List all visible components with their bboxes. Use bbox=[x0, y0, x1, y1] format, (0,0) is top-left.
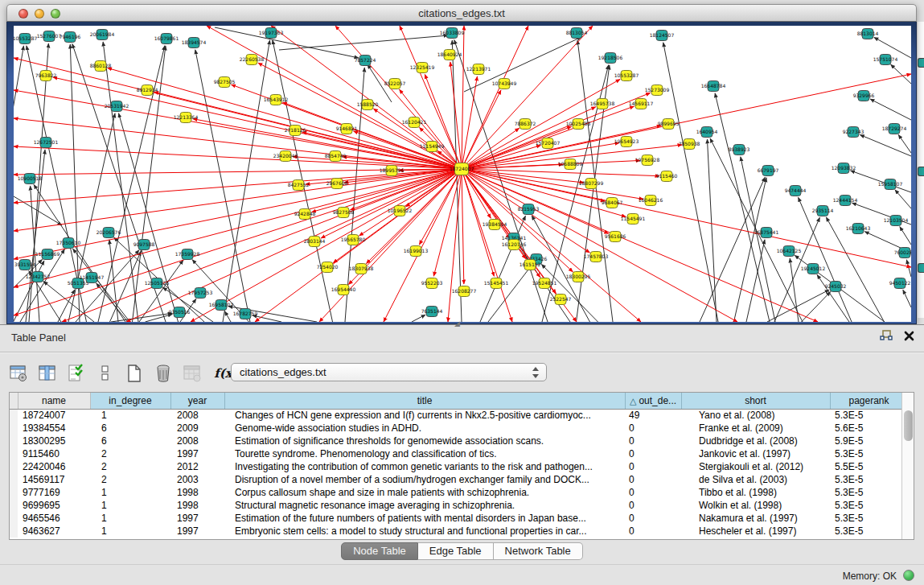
table-row[interactable]: 946362711997Embryonic stem cells: a mode… bbox=[10, 525, 908, 538]
cell-in_degree[interactable]: 6 bbox=[90, 422, 170, 435]
cell-out_de[interactable]: 49 bbox=[625, 409, 681, 422]
graph-edge[interactable] bbox=[741, 157, 775, 322]
cell-out_de[interactable]: 0 bbox=[625, 499, 681, 512]
cell-name[interactable]: 22420046 bbox=[18, 460, 90, 473]
cell-name[interactable]: 14569117 bbox=[18, 473, 90, 486]
cell-out_de[interactable]: 0 bbox=[625, 422, 681, 435]
cell-pagerank[interactable]: 5.3E-5 bbox=[830, 409, 908, 422]
cell-year[interactable]: 1997 bbox=[170, 447, 224, 460]
cell-pagerank[interactable]: 5.3E-5 bbox=[830, 525, 908, 538]
graph-edge[interactable] bbox=[462, 169, 556, 294]
cell-year[interactable]: 2008 bbox=[170, 409, 224, 422]
graph-edge[interactable] bbox=[860, 134, 911, 156]
graph-edge[interactable] bbox=[191, 169, 462, 322]
graph-edge[interactable] bbox=[279, 35, 448, 50]
cell-out_de[interactable]: 0 bbox=[625, 525, 681, 538]
cell-out_de[interactable]: 0 bbox=[625, 460, 681, 473]
cell-short[interactable]: Tibbo et al. (1998) bbox=[681, 486, 830, 499]
citation-graph[interactable]: 1055328715276007794619620061984160798611… bbox=[14, 26, 911, 322]
graph-edge[interactable] bbox=[109, 240, 118, 322]
graph-edge[interactable] bbox=[895, 190, 911, 208]
table-selector-dropdown[interactable]: citations_edges.txt bbox=[231, 363, 547, 381]
table-row[interactable]: 1830029562008Estimation of significance … bbox=[10, 435, 908, 447]
graph-edge[interactable] bbox=[462, 26, 464, 169]
show-columns-icon[interactable] bbox=[37, 363, 58, 384]
cell-name[interactable]: 18724007 bbox=[18, 409, 90, 422]
new-table-icon[interactable] bbox=[124, 363, 145, 384]
column-header-title[interactable]: title bbox=[224, 393, 625, 409]
vertical-scrollbar[interactable] bbox=[901, 393, 914, 539]
cell-in_degree[interactable]: 1 bbox=[90, 512, 170, 525]
cell-short[interactable]: Dudbridge et al. (2008) bbox=[681, 435, 830, 447]
cell-title[interactable]: Tourette syndrome. Phenomenology and cla… bbox=[224, 447, 625, 460]
cell-short[interactable]: Yano et al. (2008) bbox=[681, 409, 830, 422]
cell-in_degree[interactable]: 1 bbox=[90, 525, 170, 538]
table-row[interactable]: 2242004622012Investigating the contribut… bbox=[10, 460, 908, 473]
graph-edge[interactable] bbox=[891, 64, 911, 84]
cell-in_degree[interactable]: 1 bbox=[90, 409, 170, 422]
table-row[interactable]: 1872400712008Changes of HCN gene express… bbox=[10, 409, 908, 422]
cell-out_de[interactable]: 0 bbox=[625, 473, 681, 486]
cell-in_degree[interactable]: 2 bbox=[90, 447, 170, 460]
cell-year[interactable]: 2012 bbox=[170, 460, 224, 473]
graph-edge[interactable] bbox=[462, 26, 528, 169]
cell-in_degree[interactable]: 1 bbox=[90, 499, 170, 512]
graph-edge[interactable] bbox=[118, 113, 178, 322]
cell-short[interactable]: Nakamura et al. (1997) bbox=[681, 512, 830, 525]
column-header-in_degree[interactable]: in_degree bbox=[90, 393, 170, 409]
cell-title[interactable]: Corpus callosum shape and size in male p… bbox=[224, 486, 625, 499]
cell-short[interactable]: Franke et al. (2009) bbox=[681, 422, 830, 435]
delete-table-icon[interactable] bbox=[153, 363, 174, 384]
cell-pagerank[interactable]: 5.3E-5 bbox=[830, 512, 908, 525]
cell-out_de[interactable]: 0 bbox=[625, 486, 681, 499]
cell-year[interactable]: 2003 bbox=[170, 473, 224, 486]
graph-edge[interactable] bbox=[903, 290, 911, 307]
cell-title[interactable]: Disruption of a novel member of a sodium… bbox=[224, 473, 625, 486]
table-row[interactable]: 977716911998Corpus callosum shape and si… bbox=[10, 486, 908, 499]
graph-edge[interactable] bbox=[14, 46, 23, 322]
graph-edge[interactable] bbox=[480, 216, 525, 322]
graph-edge[interactable] bbox=[14, 169, 462, 315]
tab-edge-table[interactable]: Edge Table bbox=[418, 542, 494, 560]
cell-short[interactable]: Jankovic et al. (1997) bbox=[681, 447, 830, 460]
cell-year[interactable]: 1997 bbox=[170, 525, 224, 538]
cell-short[interactable]: Wolkin et al. (1998) bbox=[681, 499, 830, 512]
graph-edge[interactable] bbox=[224, 311, 231, 322]
graph-edge[interactable] bbox=[462, 93, 651, 169]
tab-node-table[interactable]: Node Table bbox=[341, 542, 418, 560]
graph-edge[interactable] bbox=[462, 169, 911, 267]
graph-edge[interactable] bbox=[906, 260, 911, 277]
cell-name[interactable]: 19384554 bbox=[18, 422, 90, 435]
graph-edge[interactable] bbox=[790, 258, 799, 322]
cell-year[interactable]: 1998 bbox=[170, 486, 224, 499]
cell-in_degree[interactable]: 2 bbox=[90, 460, 170, 473]
close-panel-icon[interactable] bbox=[904, 330, 914, 344]
table-row[interactable]: 1456911722003Disruption of a novel membe… bbox=[10, 473, 908, 486]
cell-short[interactable]: de Silva et al. (2003) bbox=[681, 473, 830, 486]
row-height-icon[interactable] bbox=[95, 363, 116, 384]
scrollbar-thumb[interactable] bbox=[904, 410, 913, 441]
column-header-name[interactable]: name bbox=[18, 393, 90, 409]
cell-in_degree[interactable]: 6 bbox=[90, 435, 170, 447]
graph-edge[interactable] bbox=[412, 315, 425, 322]
table-row[interactable]: 911546021997Tourette syndrome. Phenomeno… bbox=[10, 447, 908, 460]
graph-edge[interactable] bbox=[532, 216, 589, 322]
graph-edge[interactable] bbox=[14, 90, 462, 169]
graph-edge[interactable] bbox=[870, 99, 911, 120]
select-columns-icon[interactable] bbox=[66, 363, 87, 384]
cell-name[interactable]: 9777169 bbox=[18, 486, 90, 499]
cell-year[interactable]: 1997 bbox=[170, 512, 224, 525]
cell-pagerank[interactable]: 5.5E-5 bbox=[830, 460, 908, 473]
cell-pagerank[interactable]: 5.9E-5 bbox=[830, 435, 908, 447]
cell-out_de[interactable]: 0 bbox=[625, 512, 681, 525]
import-table-icon[interactable] bbox=[182, 363, 203, 384]
splitter-grip-icon[interactable]: ◢ bbox=[454, 320, 466, 327]
table-settings-icon[interactable] bbox=[8, 363, 29, 384]
cell-year[interactable]: 2009 bbox=[170, 422, 224, 435]
cell-year[interactable]: 1998 bbox=[170, 499, 224, 512]
cell-pagerank[interactable]: 5.3E-5 bbox=[830, 486, 908, 499]
cell-title[interactable]: Estimation of the future numbers of pati… bbox=[224, 512, 625, 525]
cell-short[interactable]: Hescheler et al. (1997) bbox=[681, 525, 830, 538]
graph-edge[interactable] bbox=[898, 134, 911, 153]
table-row[interactable]: 1938455462009Genome-wide association stu… bbox=[10, 422, 908, 435]
